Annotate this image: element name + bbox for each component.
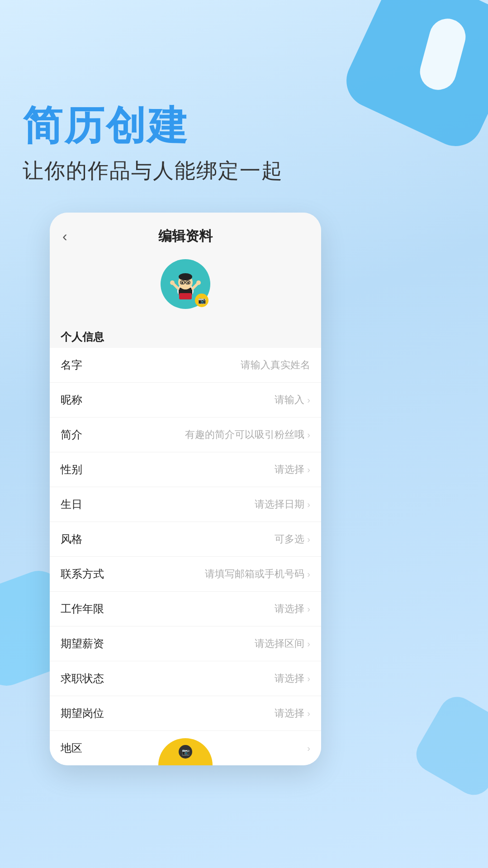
chevron-right-icon: › — [307, 604, 310, 614]
camera-icon: 📷 — [198, 297, 206, 304]
sub-title: 让你的作品与人能绑定一起 — [23, 157, 283, 185]
chevron-right-icon: › — [307, 674, 310, 684]
row-value: 请选择› — [275, 602, 310, 616]
form-row[interactable]: 期望薪资请选择区间› — [50, 626, 321, 661]
row-value-text: 请选择 — [275, 463, 304, 476]
svg-point-12 — [181, 282, 183, 284]
row-value-text: 请选择 — [275, 602, 304, 616]
row-value: 请选择日期› — [255, 498, 310, 511]
svg-rect-2 — [179, 293, 192, 299]
row-value-text: 请选择 — [275, 707, 304, 720]
chevron-right-icon: › — [307, 499, 310, 510]
form-row[interactable]: 名字请输入真实姓名 — [50, 348, 321, 383]
chevron-right-icon: › — [307, 708, 310, 719]
back-button[interactable]: ‹ — [62, 228, 67, 245]
row-label: 期望岗位 — [61, 706, 104, 721]
title-area: 简历创建 让你的作品与人能绑定一起 — [23, 104, 283, 185]
chevron-right-icon: › — [307, 430, 310, 440]
row-value-text: 请输入 — [275, 393, 304, 407]
bg-shape-right — [337, 0, 488, 155]
row-value-text: 可多选 — [275, 532, 304, 546]
chevron-right-icon: › — [307, 395, 310, 405]
row-value: 请输入真实姓名 — [241, 358, 310, 372]
row-value: 请选择› — [275, 672, 310, 685]
row-value: 请填写邮箱或手机号码› — [205, 567, 310, 581]
row-label: 联系方式 — [61, 567, 104, 581]
avatar-wrapper[interactable]: 📷 — [161, 259, 210, 309]
row-value-text: 请选择日期 — [255, 498, 304, 511]
phone-card: ‹ 编辑资料 — [50, 213, 321, 765]
row-value-text: 有趣的简介可以吸引粉丝哦 — [185, 428, 304, 441]
header-title: 编辑资料 — [158, 227, 213, 246]
chevron-right-icon: › — [307, 743, 310, 754]
svg-point-8 — [196, 280, 201, 285]
row-label: 期望薪资 — [61, 636, 104, 651]
chevron-right-icon: › — [307, 534, 310, 545]
svg-point-7 — [170, 280, 175, 285]
row-label: 名字 — [61, 358, 82, 372]
svg-point-4 — [179, 273, 192, 280]
form-row[interactable]: 生日请选择日期› — [50, 487, 321, 522]
form-rows: 名字请输入真实姓名昵称请输入›简介有趣的简介可以吸引粉丝哦›性别请选择›生日请选… — [50, 348, 321, 765]
card-header: ‹ 编辑资料 — [50, 213, 321, 255]
chevron-right-icon: › — [307, 465, 310, 475]
form-row[interactable]: 期望岗位请选择› — [50, 696, 321, 731]
row-value: 请选择› — [275, 463, 310, 476]
row-label: 生日 — [61, 497, 82, 512]
form-row[interactable]: 性别请选择› — [50, 452, 321, 487]
avatar-area: 📷 — [50, 255, 321, 323]
row-value: 请输入› — [275, 393, 310, 407]
camera-badge[interactable]: 📷 — [195, 294, 208, 307]
form-row[interactable]: 联系方式请填写邮箱或手机号码› — [50, 557, 321, 592]
row-value-text: 请填写邮箱或手机号码 — [205, 567, 304, 581]
form-row[interactable]: 工作年限请选择› — [50, 592, 321, 626]
bg-shape-bottom-right — [410, 690, 488, 802]
chevron-right-icon: › — [307, 639, 310, 649]
row-value: 请选择区间› — [255, 637, 310, 650]
form-row[interactable]: 风格可多选› — [50, 522, 321, 557]
svg-point-13 — [187, 282, 189, 284]
row-label: 地区 — [61, 741, 82, 755]
row-label: 求职状态 — [61, 671, 104, 686]
row-label: 风格 — [61, 532, 82, 546]
row-value: 有趣的简介可以吸引粉丝哦› — [185, 428, 310, 441]
chevron-right-icon: › — [307, 569, 310, 579]
row-value-text: 请输入真实姓名 — [241, 358, 310, 372]
row-label: 简介 — [61, 427, 82, 442]
row-value: 请选择› — [275, 707, 310, 720]
row-value-text: 请选择 — [275, 672, 304, 685]
camera-bottom-icon: 📷 — [179, 745, 192, 759]
row-label: 性别 — [61, 462, 82, 477]
form-row[interactable]: 求职状态请选择› — [50, 661, 321, 696]
section-personal-label: 个人信息 — [50, 323, 321, 348]
row-label: 昵称 — [61, 393, 82, 407]
form-row[interactable]: 简介有趣的简介可以吸引粉丝哦› — [50, 417, 321, 452]
row-value-text: 请选择区间 — [255, 637, 304, 650]
row-value: 可多选› — [275, 532, 310, 546]
row-label: 工作年限 — [61, 602, 104, 616]
main-title: 简历创建 — [23, 104, 283, 148]
row-value: › — [304, 743, 310, 754]
form-row[interactable]: 昵称请输入› — [50, 383, 321, 417]
